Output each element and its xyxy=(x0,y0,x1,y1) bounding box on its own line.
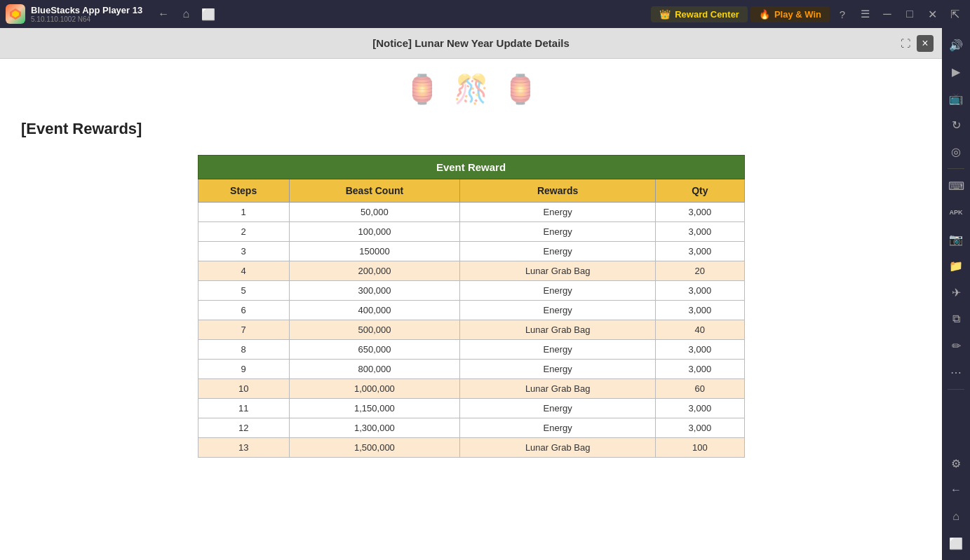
content-area: [Notice] Lunar New Year Update Details ⛶… xyxy=(0,28,942,560)
cell-rewards-11: Energy xyxy=(460,399,656,418)
table-row: 101,000,000Lunar Grab Bag60 xyxy=(198,379,744,399)
more-icon[interactable]: ⋯ xyxy=(945,361,967,383)
multi-icon[interactable]: ⧉ xyxy=(945,308,967,330)
apk-icon[interactable]: APK xyxy=(945,201,967,224)
cell-qty-3: 3,000 xyxy=(656,242,744,261)
cell-qty-5: 3,000 xyxy=(656,281,744,301)
notice-bar: [Notice] Lunar New Year Update Details ⛶… xyxy=(0,28,942,59)
event-reward-table: Event Reward Steps Beast Count Rewards Q… xyxy=(198,155,745,458)
app-version: 5.10.110.1002 N64 xyxy=(31,15,142,23)
cell-step-13: 13 xyxy=(198,438,289,458)
table-row: 7500,000Lunar Grab Bag40 xyxy=(198,320,744,340)
cell-step-5: 5 xyxy=(198,281,289,301)
home-nav-button[interactable]: ⌂ xyxy=(176,4,196,24)
cell-qty-4: 20 xyxy=(656,261,744,281)
menu-button[interactable]: ☰ xyxy=(855,4,875,24)
col-steps: Steps xyxy=(198,179,289,203)
nav-buttons: ← ⌂ ⬜ xyxy=(154,4,218,24)
cell-step-7: 7 xyxy=(198,320,289,340)
cell-beast_count-8: 650,000 xyxy=(289,340,459,360)
cell-qty-2: 3,000 xyxy=(656,222,744,242)
cell-rewards-8: Energy xyxy=(460,340,656,360)
sidebar-divider-2 xyxy=(948,389,964,390)
notice-close-button[interactable]: × xyxy=(917,35,934,52)
notice-expand-button[interactable]: ⛶ xyxy=(897,35,914,52)
cell-beast_count-7: 500,000 xyxy=(289,320,459,340)
cell-step-12: 12 xyxy=(198,418,289,438)
table-row: 111,150,000Energy3,000 xyxy=(198,399,744,418)
content-body: 🏮 🎊 🏮 [Event Rewards] Event Reward Steps… xyxy=(0,59,942,472)
plane-icon[interactable]: ✈ xyxy=(945,281,967,303)
logo-icon xyxy=(6,4,25,24)
cell-beast_count-11: 1,150,000 xyxy=(289,399,459,418)
fire-icon: 🔥 xyxy=(759,9,770,20)
target-icon[interactable]: ◎ xyxy=(945,140,967,163)
cell-step-1: 1 xyxy=(198,203,289,222)
reward-center-button[interactable]: 👑 Reward Center xyxy=(651,6,748,22)
cell-step-9: 9 xyxy=(198,360,289,379)
table-row: 6400,000Energy3,000 xyxy=(198,301,744,320)
cell-beast_count-13: 1,500,000 xyxy=(289,438,459,458)
video-icon[interactable]: ▶ xyxy=(945,60,967,83)
cell-rewards-7: Lunar Grab Bag xyxy=(460,320,656,340)
play-win-button[interactable]: 🔥 Play & Win xyxy=(750,6,830,22)
settings-icon[interactable]: ⚙ xyxy=(945,452,967,474)
right-sidebar: 🔊 ▶ 📺 ↻ ◎ ⌨ APK 📷 📁 ✈ ⧉ ✏ ⋯ ⚙ ← ⌂ ⬜ xyxy=(942,28,970,560)
screen-icon[interactable]: 📺 xyxy=(945,87,967,109)
sidebar-divider-1 xyxy=(948,168,964,169)
table-row: 8650,000Energy3,000 xyxy=(198,340,744,360)
maximize-button[interactable]: □ xyxy=(900,4,920,24)
decorative-center: 🎊 xyxy=(454,73,489,106)
cell-rewards-13: Lunar Grab Bag xyxy=(460,438,656,458)
table-row: 9800,000Energy3,000 xyxy=(198,360,744,379)
recents-icon[interactable]: ⬜ xyxy=(945,532,967,554)
keyboard-icon[interactable]: ⌨ xyxy=(945,175,967,197)
topbar: BlueStacks App Player 13 5.10.110.1002 N… xyxy=(0,0,970,28)
table-row: 121,300,000Energy3,000 xyxy=(198,418,744,438)
cell-beast_count-9: 800,000 xyxy=(289,360,459,379)
reward-center-label: Reward Center xyxy=(675,9,739,20)
refresh-icon[interactable]: ↻ xyxy=(945,114,967,136)
home-icon[interactable]: ⌂ xyxy=(945,505,967,528)
cell-rewards-3: Energy xyxy=(460,242,656,261)
notice-title: [Notice] Lunar New Year Update Details xyxy=(372,37,570,49)
table-row: 2100,000Energy3,000 xyxy=(198,222,744,242)
erase-icon[interactable]: ✏ xyxy=(945,334,967,357)
arrow-back-icon[interactable]: ← xyxy=(945,479,967,501)
cell-step-10: 10 xyxy=(198,379,289,399)
table-row: 3150000Energy3,000 xyxy=(198,242,744,261)
cell-beast_count-1: 50,000 xyxy=(289,203,459,222)
header-image: 🏮 🎊 🏮 xyxy=(21,73,921,106)
cell-qty-1: 3,000 xyxy=(656,203,744,222)
cell-rewards-2: Energy xyxy=(460,222,656,242)
cell-step-11: 11 xyxy=(198,399,289,418)
decorative-right: 🏮 xyxy=(503,73,538,106)
cell-qty-11: 3,000 xyxy=(656,399,744,418)
close-button[interactable]: ✕ xyxy=(922,4,942,24)
help-button[interactable]: ? xyxy=(833,4,852,24)
app-logo: BlueStacks App Player 13 5.10.110.1002 N… xyxy=(6,4,142,24)
camera-icon[interactable]: 📷 xyxy=(945,228,967,250)
topbar-right: 👑 Reward Center 🔥 Play & Win ? ☰ ─ □ ✕ ⇱ xyxy=(651,4,964,24)
crown-icon: 👑 xyxy=(659,9,671,20)
cell-qty-13: 100 xyxy=(656,438,744,458)
minimize-button[interactable]: ─ xyxy=(877,4,897,24)
expand-button[interactable]: ⇱ xyxy=(945,4,964,24)
cell-beast_count-2: 100,000 xyxy=(289,222,459,242)
cell-rewards-10: Lunar Grab Bag xyxy=(460,379,656,399)
main-layout: [Notice] Lunar New Year Update Details ⛶… xyxy=(0,28,970,560)
table-row: 150,000Energy3,000 xyxy=(198,203,744,222)
back-nav-button[interactable]: ← xyxy=(154,4,173,24)
cell-step-3: 3 xyxy=(198,242,289,261)
recents-nav-button[interactable]: ⬜ xyxy=(198,4,218,24)
cell-rewards-1: Energy xyxy=(460,203,656,222)
table-row: 4200,000Lunar Grab Bag20 xyxy=(198,261,744,281)
cell-step-4: 4 xyxy=(198,261,289,281)
col-beast-count: Beast Count xyxy=(289,179,459,203)
volume-icon[interactable]: 🔊 xyxy=(945,34,967,56)
cell-qty-12: 3,000 xyxy=(656,418,744,438)
cell-beast_count-5: 300,000 xyxy=(289,281,459,301)
cell-step-6: 6 xyxy=(198,301,289,320)
play-win-label: Play & Win xyxy=(774,9,821,20)
folder-icon[interactable]: 📁 xyxy=(945,254,967,277)
